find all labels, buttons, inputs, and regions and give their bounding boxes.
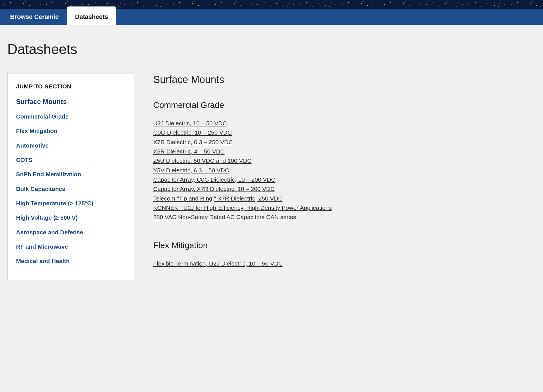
- jump-link-high-temperature[interactable]: High Temperature (> 125°C): [16, 199, 125, 207]
- section-heading-surface-mounts: Surface Mounts: [153, 74, 536, 86]
- datasheet-link[interactable]: X5R Dielectric, 4 – 50 VDC: [153, 148, 536, 155]
- datasheet-link[interactable]: Capacitor Array, C0G Dielectric, 10 – 20…: [153, 176, 536, 184]
- jump-link-commercial-grade[interactable]: Commercial Grade: [16, 113, 125, 120]
- jump-link-flex-mitigation[interactable]: Flex Mitigation: [16, 127, 125, 135]
- page-body: Datasheets JUMP TO SECTION Surface Mount…: [0, 25, 543, 291]
- jump-link-medical-health[interactable]: Medical and Health: [16, 257, 125, 265]
- subsection-heading-commercial-grade: Commercial Grade: [153, 100, 536, 110]
- content-main: Surface Mounts Commercial Grade U2J Diel…: [153, 73, 536, 269]
- datasheet-link[interactable]: Flexible Termination, U2J Dielectric, 10…: [153, 260, 536, 268]
- jump-link-high-voltage[interactable]: High Voltage (≥ 500 V): [16, 214, 125, 221]
- datasheet-link[interactable]: 250 VAC Non-Safety Rated AC Capacitors C…: [153, 213, 536, 221]
- tab-browse-ceramic[interactable]: Browse Ceramic: [0, 9, 67, 25]
- datasheet-link[interactable]: U2J Dielectric, 10 – 50 VDC: [153, 119, 536, 127]
- layout-row: JUMP TO SECTION Surface Mounts Commercia…: [7, 73, 536, 280]
- datasheet-link[interactable]: Telecom "Tip and Ring," X7R Dielectric, …: [153, 195, 536, 202]
- datasheet-link[interactable]: X7R Dielectric, 6.3 – 250 VDC: [153, 138, 536, 146]
- subsection-heading-flex-mitigation: Flex Mitigation: [153, 240, 536, 250]
- jump-link-bulk-capacitance[interactable]: Bulk Capacitance: [16, 185, 125, 193]
- jump-sidebar: JUMP TO SECTION Surface Mounts Commercia…: [7, 73, 134, 280]
- jump-link-surface-mounts[interactable]: Surface Mounts: [16, 97, 125, 106]
- datasheet-link[interactable]: KONNEKT U2J for High-Efficiency, High-De…: [153, 204, 536, 212]
- jump-link-rf-microwave[interactable]: RF and Microwave: [16, 243, 125, 250]
- datasheet-link[interactable]: C0G Dielectric, 10 – 250 VDC: [153, 129, 536, 137]
- tab-bar: Browse Ceramic Datasheets: [0, 9, 543, 25]
- datasheet-link[interactable]: Y5V Dielectric, 6.3 – 50 VDC: [153, 166, 536, 174]
- jump-link-cots[interactable]: COTS: [16, 156, 125, 164]
- jump-link-snpb[interactable]: SnPb End Metallization: [16, 170, 125, 178]
- jump-link-automotive[interactable]: Automotive: [16, 142, 125, 149]
- datasheet-link[interactable]: Z5U Dielectric, 50 VDC and 100 VDC: [153, 157, 536, 165]
- datasheet-link[interactable]: Capacitor Array, X7R Dielectric, 10 – 20…: [153, 185, 536, 193]
- jump-link-aerospace-defense[interactable]: Aerospace and Defense: [16, 228, 125, 236]
- page-title: Datasheets: [7, 25, 536, 73]
- sidebar-title: JUMP TO SECTION: [16, 83, 125, 90]
- tab-datasheets[interactable]: Datasheets: [67, 6, 116, 25]
